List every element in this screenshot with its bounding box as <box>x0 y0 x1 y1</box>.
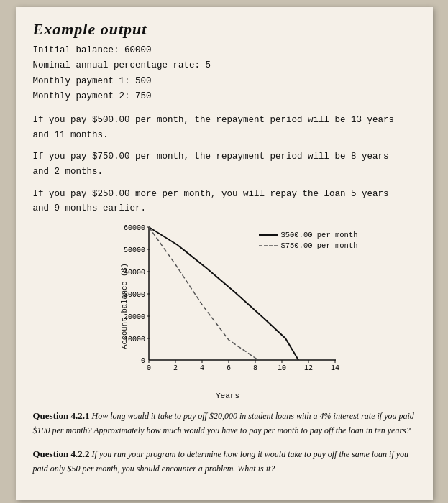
question-2-label: Question 4.2.2 <box>33 448 90 459</box>
info-block: Initial balance: 60000 Nominal annual pe… <box>33 43 416 104</box>
svg-text:60000: 60000 <box>123 224 145 232</box>
paragraph-2: If you pay $750.00 per month, the repaym… <box>33 149 416 179</box>
svg-text:4: 4 <box>199 364 204 372</box>
nominal-rate: Nominal annual percentage rate: 5 <box>33 58 416 73</box>
svg-text:50000: 50000 <box>123 246 145 254</box>
paragraph-3: If you pay $250.00 more per month, you w… <box>33 187 416 216</box>
legend-item-750: $750.00 per month <box>259 241 357 250</box>
paragraph-1: If you pay $500.00 per month, the repaym… <box>33 113 416 142</box>
legend-label-750: $750.00 per month <box>280 241 357 250</box>
svg-text:2: 2 <box>173 364 177 372</box>
svg-text:10000: 10000 <box>123 336 145 343</box>
svg-text:8: 8 <box>252 364 257 372</box>
svg-text:0: 0 <box>140 357 145 365</box>
svg-text:10: 10 <box>277 364 285 372</box>
page-title: Example output <box>33 20 416 39</box>
legend-item-500: $500.00 per month <box>259 231 357 239</box>
chart-legend: $500.00 per month $750.00 per month <box>256 229 360 251</box>
initial-balance: Initial balance: 60000 <box>33 43 416 58</box>
page: Example output Initial balance: 60000 No… <box>16 7 433 500</box>
question-2: Question 4.2.2 If you run your program t… <box>33 447 416 476</box>
question-2-text: If you run your program to determine how… <box>33 449 409 474</box>
payment2: Monthly payment 2: 750 <box>33 89 416 104</box>
svg-text:14: 14 <box>330 364 339 372</box>
question-1: Question 4.2.1 How long would it take to… <box>33 409 416 438</box>
svg-text:6: 6 <box>226 364 230 372</box>
x-axis-label: Years <box>216 392 239 400</box>
question-1-text: How long would it take to pay off $20,00… <box>33 411 414 435</box>
svg-text:0: 0 <box>146 364 150 372</box>
question-1-label: Question 4.2.1 <box>33 410 90 421</box>
svg-text:12: 12 <box>303 364 312 372</box>
chart-wrapper: Account balance ($) 60000 50000 40000 30… <box>91 223 357 389</box>
svg-text:20000: 20000 <box>123 313 145 321</box>
svg-text:40000: 40000 <box>123 269 145 277</box>
legend-label-500: $500.00 per month <box>280 231 357 239</box>
payment1: Monthly payment 1: 500 <box>33 74 416 89</box>
svg-text:30000: 30000 <box>123 291 145 299</box>
